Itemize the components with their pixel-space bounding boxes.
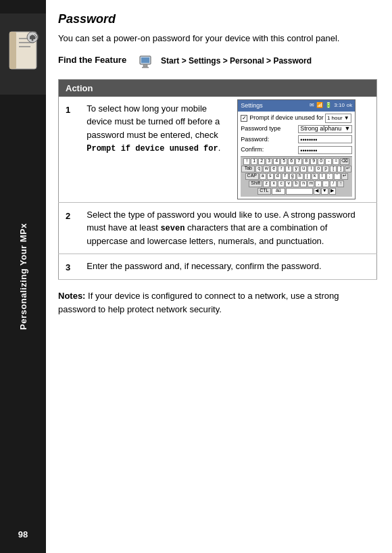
ss-password-label: Password:: [241, 135, 298, 145]
ss-title: Settings: [241, 101, 263, 111]
row-content-2: Select the type of password you would li…: [80, 202, 376, 254]
find-feature-path: Start > Settings > Personal > Password: [161, 55, 312, 67]
intro-text: You can set a power-on password for your…: [58, 32, 377, 45]
ss-confirm-label: Confirm:: [241, 145, 298, 155]
ss-key-enter: ↵: [345, 166, 351, 172]
ss-key: u: [300, 166, 307, 172]
ss-key: x: [270, 181, 277, 187]
ss-dropdown-arrow: ▼: [344, 124, 350, 134]
svg-rect-9: [143, 65, 147, 67]
ss-ok-icon: ok: [347, 101, 352, 110]
row-content-3: Enter the password and, if necessary, co…: [80, 254, 376, 280]
ss-confirm-row: Confirm: ••••••••: [241, 145, 352, 155]
ss-key: 8: [303, 158, 310, 165]
ss-key: ]: [337, 166, 344, 172]
svg-rect-8: [141, 57, 149, 63]
ss-key: c: [278, 181, 285, 187]
ss-key-left: ◀: [314, 188, 320, 195]
ss-key: h: [297, 173, 303, 180]
ss-signal-icon: 📶: [316, 101, 323, 110]
ss-key: y: [293, 166, 299, 172]
ss-key-caps: CAP: [245, 173, 259, 180]
screenshot-box: Settings ✉ 📶 🔋 3:10 ok ✓: [237, 99, 356, 199]
ss-key-return: ↵: [341, 173, 348, 180]
ss-key: 9: [310, 158, 317, 165]
ss-time: 3:10: [334, 101, 345, 110]
ss-key: z: [263, 181, 270, 187]
ss-key: m: [308, 181, 314, 187]
ss-key-tab: Tab: [241, 166, 255, 172]
ss-key: /: [330, 181, 337, 187]
ss-key-down: ▼: [321, 188, 328, 195]
ss-key: [: [330, 166, 337, 172]
action-table: Action 1 To select how long your mobile …: [58, 79, 377, 281]
ss-key-special: áü: [272, 188, 285, 195]
row-content-1: To select how long your mobile device mu…: [80, 97, 235, 203]
table-row: 1 To select how long your mobile device …: [59, 97, 377, 203]
ss-key: ': [334, 173, 341, 180]
table-row: 3 Enter the password and, if necessary, …: [59, 254, 377, 280]
ss-kb-row-1: ! 1 2 3 4 5 6 7 8 9: [242, 158, 351, 165]
ss-key: .: [322, 181, 329, 187]
ss-key: e: [270, 166, 277, 172]
ss-key: j: [304, 173, 311, 180]
ss-kb-row-5: CTL áü ◀ ▼ ▶: [242, 188, 351, 195]
ss-key: o: [315, 166, 322, 172]
notes-text: If your device is configured to connect …: [58, 291, 339, 314]
ss-password-type-label: Password type: [241, 124, 298, 134]
page-number: 98: [18, 529, 28, 539]
page-title: Password: [58, 12, 377, 26]
ss-checkbox-row: ✓ Prompt if device unused for 1 hour ▼: [241, 114, 352, 123]
ss-key: v: [285, 181, 292, 187]
ss-password-input: ••••••••: [298, 135, 352, 143]
ss-key: 1: [251, 158, 258, 165]
ss-envelope-icon: ✉: [310, 101, 314, 110]
ss-key: ;: [326, 173, 333, 180]
ss-key: r: [278, 166, 285, 172]
ss-key: 2: [258, 158, 265, 165]
ss-key: s: [267, 173, 274, 180]
notes-label: Notes:: [58, 291, 85, 301]
sidebar: Personalizing Your MPx 98: [0, 0, 46, 553]
ss-key-right: ▶: [329, 188, 336, 195]
ss-confirm-input: ••••••••: [298, 146, 352, 154]
ss-key: p: [322, 166, 329, 172]
ss-key: n: [300, 181, 307, 187]
ss-key: g: [289, 173, 296, 180]
ss-key: f: [282, 173, 289, 180]
ss-key: b: [293, 181, 299, 187]
ss-keyboard: ! 1 2 3 4 5 6 7 8 9: [241, 156, 352, 197]
row-number: 2: [59, 202, 80, 254]
ss-key: i: [308, 166, 314, 172]
ss-key: q: [255, 166, 262, 172]
ss-key: l: [319, 173, 326, 180]
sidebar-text-container: Personalizing Your MPx: [0, 0, 46, 553]
ss-kb-row-2: Tab q w e r t y u i o: [242, 166, 351, 172]
highlight-1: Prompt if device unused for: [87, 144, 218, 153]
ss-spacer: 1 hour ▼: [325, 114, 351, 123]
sidebar-vertical-label: Personalizing Your MPx: [18, 223, 28, 330]
row-number: 1: [59, 97, 80, 203]
settings-icon: [139, 55, 154, 70]
ss-password-type-select: Strong alphanu ▼: [298, 125, 352, 133]
find-feature-label: Find the Feature: [58, 55, 132, 65]
ss-titlebar: Settings ✉ 📶 🔋 3:10 ok: [238, 100, 355, 112]
ss-key: 6: [288, 158, 295, 165]
ss-title-icons: ✉ 📶 🔋 3:10 ok: [310, 101, 352, 111]
main-content: Password You can set a power-on password…: [46, 0, 392, 553]
ss-battery-icon: 🔋: [325, 101, 332, 110]
ss-checkbox-label: Prompt if device unused for: [249, 114, 324, 123]
screenshot-cell: Settings ✉ 📶 🔋 3:10 ok ✓: [235, 97, 376, 203]
row-number: 3: [59, 254, 80, 280]
ss-password-type-row: Password type Strong alphanu ▼: [241, 124, 352, 134]
notes-section: Notes: If your device is configured to c…: [58, 289, 377, 316]
ss-key-space: [286, 188, 313, 195]
ss-password-row: Password: ••••••••: [241, 135, 352, 145]
find-feature-row: Find the Feature Start > Settings > Pers…: [58, 55, 377, 70]
ss-key: 0: [318, 158, 324, 165]
ss-key: w: [263, 166, 270, 172]
ss-key: 4: [273, 158, 280, 165]
ss-key-backspace: ⌫: [340, 158, 349, 165]
ss-key-shift: Shift: [249, 181, 262, 187]
ss-key: t: [285, 166, 292, 172]
